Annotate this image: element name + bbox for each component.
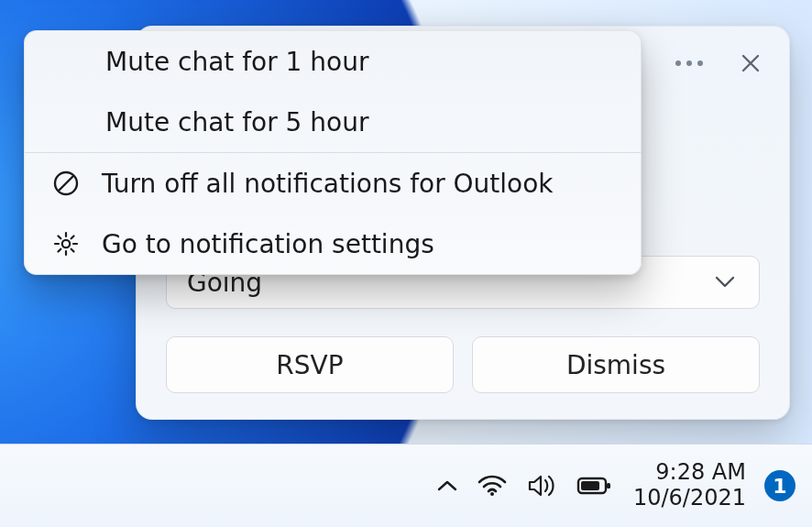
notification-count-badge[interactable]: 1 xyxy=(764,470,796,501)
close-button[interactable] xyxy=(740,52,762,74)
svg-rect-6 xyxy=(581,481,599,490)
svg-line-1 xyxy=(59,176,73,191)
chevron-down-icon xyxy=(715,276,735,289)
menu-item-mute-5h[interactable]: Mute chat for 5 hour xyxy=(25,92,641,152)
menu-item-turn-off[interactable]: Turn off all notifications for Outlook xyxy=(25,153,641,214)
block-icon xyxy=(52,170,80,197)
taskbar: 9:28 AM 10/6/2021 1 xyxy=(0,444,812,527)
rsvp-button-label: RSVP xyxy=(276,350,343,380)
taskbar-date: 10/6/2021 xyxy=(633,486,746,511)
menu-item-mute-1h[interactable]: Mute chat for 1 hour xyxy=(25,31,641,92)
battery-icon[interactable] xyxy=(576,476,611,496)
taskbar-clock[interactable]: 9:28 AM 10/6/2021 xyxy=(633,460,746,511)
menu-item-label: Turn off all notifications for Outlook xyxy=(102,169,554,199)
volume-icon[interactable] xyxy=(527,474,556,498)
tray-overflow-icon[interactable] xyxy=(437,479,457,492)
menu-item-label: Go to notification settings xyxy=(102,229,434,259)
notification-count: 1 xyxy=(773,475,786,498)
taskbar-time: 9:28 AM xyxy=(633,460,746,486)
menu-item-label: Mute chat for 5 hour xyxy=(105,107,368,137)
more-options-button[interactable] xyxy=(675,60,703,66)
wifi-icon[interactable] xyxy=(477,475,507,497)
svg-point-3 xyxy=(490,492,494,496)
svg-rect-5 xyxy=(607,483,610,489)
gear-icon xyxy=(52,230,80,258)
rsvp-button[interactable]: RSVP xyxy=(166,336,454,393)
menu-item-settings[interactable]: Go to notification settings xyxy=(25,214,641,274)
notification-context-menu: Mute chat for 1 hour Mute chat for 5 hou… xyxy=(24,30,642,275)
menu-item-label: Mute chat for 1 hour xyxy=(105,47,368,77)
dismiss-button[interactable]: Dismiss xyxy=(472,336,760,393)
system-tray xyxy=(437,474,611,498)
svg-point-2 xyxy=(62,240,70,247)
dismiss-button-label: Dismiss xyxy=(566,350,665,380)
